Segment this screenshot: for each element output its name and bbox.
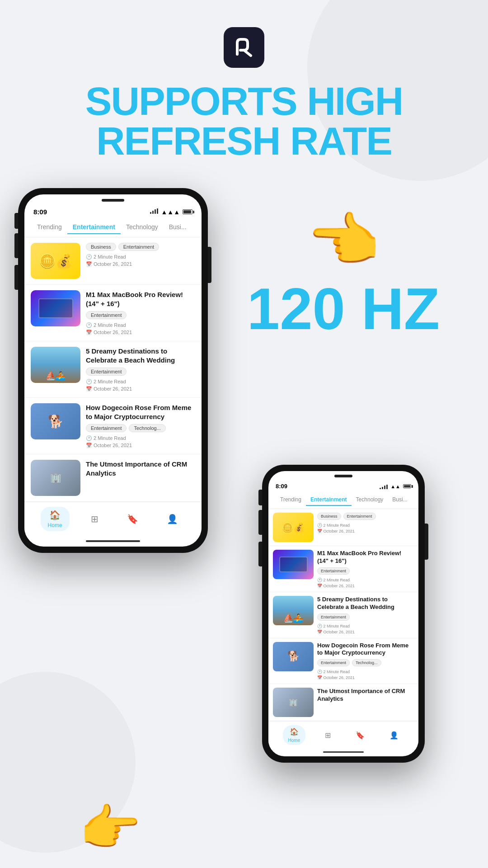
article-thumb-coins: 🪙💰 — [31, 243, 80, 279]
read-time-coins-small: 🕐 2 Minute Read — [317, 523, 414, 528]
article-item-doge-small[interactable]: 🐕 How Dogecoin Rose From Meme to Major C… — [268, 638, 418, 684]
nav-profile-small[interactable]: 👤 — [384, 729, 404, 742]
speaker — [102, 199, 124, 202]
article-thumb-crm-small: 🏢 — [273, 688, 314, 717]
main-content: 8:09 ▲▲▲ — [0, 161, 488, 763]
battery-small — [403, 484, 411, 488]
tag-ent-doge-small: Entertainment — [317, 659, 350, 666]
article-title-crm-small: The Utmost Importance of CRM Analytics — [317, 688, 414, 703]
tag-tech-doge-small: Technolog... — [352, 659, 381, 666]
tag-entertainment-coins-small: Entertainment — [343, 513, 376, 520]
battery-icon — [183, 209, 192, 214]
nav-bookmark[interactable]: 🔖 — [120, 511, 145, 527]
signal-small — [380, 484, 388, 489]
nav-tabs-large[interactable]: Trending Entertainment Technology Busi..… — [24, 218, 202, 237]
article-thumb-doge-small: 🐕 — [273, 642, 314, 671]
tab-entertainment-small[interactable]: Entertainment — [306, 494, 352, 506]
read-time-doge: 🕐 2 Minute Read — [86, 435, 195, 441]
nav-home-label-small: Home — [288, 738, 300, 743]
article-meta-wedding: 🕐 2 Minute Read 📅 October 26, 2021 — [86, 379, 195, 392]
article-info-crm: The Utmost Importance of CRM Analytics — [86, 460, 195, 481]
silent-button-small — [258, 490, 262, 505]
article-tags-doge: Entertainment Technolog... — [86, 424, 195, 432]
phone-small-screen: 8:09 ▲▲ — [268, 471, 418, 756]
article-meta-macbook: 🕐 2 Minute Read 📅 October 26, 2021 — [86, 322, 195, 335]
tag-technology-doge: Technolog... — [129, 424, 165, 432]
vol-down-button — [14, 265, 18, 290]
article-item-crm[interactable]: 🏢 The Utmost Importance of CRM Analytics — [24, 454, 202, 502]
status-bar-small: 8:09 ▲▲ — [268, 479, 418, 491]
article-thumb-doge: 🐕 — [31, 403, 80, 439]
read-time-wedding: 🕐 2 Minute Read — [86, 379, 195, 385]
date-doge: 📅 October 26, 2021 — [86, 443, 195, 448]
article-title-wedding-small: 5 Dreamy Destinations to Celebrate a Bea… — [317, 596, 414, 611]
article-meta-doge: 🕐 2 Minute Read 📅 October 26, 2021 — [86, 435, 195, 448]
nav-grid-small[interactable]: ⊞ — [319, 729, 336, 742]
date-macbook: 📅 October 26, 2021 — [86, 330, 195, 335]
read-time-macbook-small: 🕐 2 Minute Read — [317, 578, 414, 582]
nav-bookmark-small[interactable]: 🔖 — [350, 729, 370, 742]
home-indicator-large — [86, 540, 140, 542]
tab-technology[interactable]: Technology — [121, 221, 164, 234]
article-item-wedding-small[interactable]: ⛵🚣 5 Dreamy Destinations to Celebrate a … — [268, 592, 418, 638]
time-large: 8:09 — [33, 208, 47, 216]
bookmark-icon: 🔖 — [127, 514, 138, 524]
nav-grid[interactable]: ⊞ — [84, 511, 106, 527]
phone-large-screen: 8:09 ▲▲▲ — [24, 194, 202, 547]
bottom-section: 👉 60 HZ — [0, 745, 488, 868]
article-item-macbook[interactable]: M1 Max MacBook Pro Review! (14" + 16") E… — [24, 285, 202, 341]
tab-trending[interactable]: Trending — [32, 221, 67, 234]
bookmark-icon-small: 🔖 — [356, 731, 365, 740]
wifi-icon: ▲▲▲ — [161, 208, 180, 216]
tag-entertainment-doge: Entertainment — [86, 424, 127, 432]
article-title-macbook: M1 Max MacBook Pro Review! (14" + 16") — [86, 290, 195, 308]
tab-technology-small[interactable]: Technology — [352, 494, 388, 506]
article-title-wedding: 5 Dreamy Destinations to Celebrate a Bea… — [86, 347, 195, 364]
date-macbook-small: 📅 October 26, 2021 — [317, 584, 414, 588]
power-button — [208, 247, 211, 283]
article-info-wedding-small: 5 Dreamy Destinations to Celebrate a Bea… — [317, 596, 414, 634]
hand-pointing-left: 👉 — [79, 799, 141, 857]
article-list-large: 🪙💰 Business Entertainment 🕐 2 Minute Rea… — [24, 237, 202, 502]
article-title-crm: The Utmost Importance of CRM Analytics — [86, 460, 195, 477]
tab-business[interactable]: Busi... — [164, 221, 192, 234]
headline-line2: REFRESH RATE — [85, 121, 403, 161]
grid-icon-small: ⊞ — [325, 731, 331, 740]
article-item-macbook-small[interactable]: M1 Max MacBook Pro Review! (14" + 16") E… — [268, 546, 418, 592]
nav-tabs-small[interactable]: Trending Entertainment Technology Busi..… — [268, 491, 418, 509]
nav-home-small[interactable]: 🏠 Home — [283, 725, 306, 745]
vol-down-small — [258, 542, 262, 566]
home-icon-small: 🏠 — [290, 727, 299, 736]
phone-small-outer: 8:09 ▲▲ — [262, 465, 425, 763]
article-item-wedding[interactable]: ⛵🚣 5 Dreamy Destinations to Celebrate a … — [24, 341, 202, 398]
home-icon: 🏠 — [49, 509, 61, 520]
grid-icon: ⊞ — [91, 514, 99, 524]
tab-trending-small[interactable]: Trending — [276, 494, 306, 506]
time-small: 8:09 — [276, 483, 287, 490]
read-time-doge-small: 🕐 2 Minute Read — [317, 670, 414, 674]
read-time-macbook: 🕐 2 Minute Read — [86, 322, 195, 328]
article-item-coins-small[interactable]: 🪙💰 Business Entertainment 🕐 2 Minute Rea… — [268, 509, 418, 546]
tab-business-small[interactable]: Busi... — [388, 494, 412, 506]
article-item-doge[interactable]: 🐕 How Dogecoin Rose From Meme to Major C… — [24, 398, 202, 454]
headline-line1: SUPPORTS HIGH — [85, 81, 403, 121]
right-content: 👈 120 HZ 8:09 — [217, 188, 470, 763]
tag-business: Business — [86, 243, 116, 251]
left-bottom: 👉 60 HZ — [36, 772, 184, 868]
article-item-crm-small[interactable]: 🏢 The Utmost Importance of CRM Analytics — [268, 684, 418, 721]
tag-entertainment-wedding-small: Entertainment — [317, 613, 350, 621]
date-doge-small: 📅 October 26, 2021 — [317, 675, 414, 680]
article-thumb-macbook-small — [273, 550, 314, 579]
article-item[interactable]: 🪙💰 Business Entertainment 🕐 2 Minute Rea… — [24, 237, 202, 285]
hz-label-60: 60 HZ — [36, 862, 184, 868]
article-info-macbook-small: M1 Max MacBook Pro Review! (14" + 16") E… — [317, 550, 414, 588]
nav-profile[interactable]: 👤 — [160, 511, 185, 527]
tab-entertainment[interactable]: Entertainment — [67, 221, 121, 234]
nav-home[interactable]: 🏠 Home — [41, 507, 70, 531]
vol-up-button — [14, 233, 18, 258]
header: SUPPORTS HIGH REFRESH RATE — [0, 0, 488, 161]
read-time-wedding-small: 🕐 2 Minute Read — [317, 624, 414, 628]
tag-entertainment-wedding: Entertainment — [86, 368, 127, 376]
tag-entertainment-macbook-small: Entertainment — [317, 567, 350, 575]
signal-icon — [150, 208, 158, 215]
